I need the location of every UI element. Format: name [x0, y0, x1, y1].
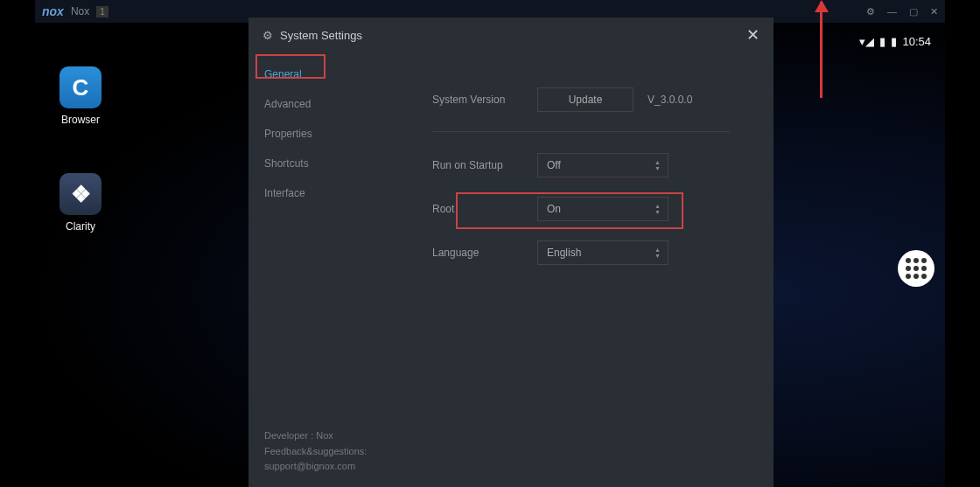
signal-icon: ▮ [879, 35, 886, 48]
update-button[interactable]: Update [537, 87, 634, 112]
support-email: support@bignox.com [264, 459, 346, 475]
battery-icon: ▮ [891, 35, 897, 48]
app-icon-browser[interactable]: C Browser [54, 66, 107, 126]
sidebar-item-label: Advanced [264, 98, 311, 110]
system-version-label: System Version [432, 94, 537, 106]
clarity-icon: ❖ [60, 173, 102, 215]
sidebar-item-general[interactable]: General [248, 59, 362, 89]
sidebar-item-properties[interactable]: Properties [248, 119, 362, 149]
run-on-startup-row: Run on Startup Off ▲▼ [432, 153, 730, 177]
language-row: Language English ▲▼ [432, 240, 730, 265]
divider [432, 131, 730, 132]
settings-sidebar: General Advanced Properties Shortcuts In… [248, 52, 362, 487]
root-row: Root On ▲▼ [432, 197, 730, 221]
language-label: Language [432, 247, 537, 259]
android-status-bar: ▾◢ ▮ ▮ 10:54 [859, 35, 931, 48]
minimize-icon[interactable]: — [887, 6, 897, 17]
nox-logo: nox [42, 4, 64, 18]
version-text: V_3.0.0.0 [648, 94, 692, 106]
close-icon[interactable]: ✕ [930, 6, 938, 17]
sidebar-item-label: General [264, 68, 302, 80]
root-select[interactable]: On ▲▼ [537, 197, 668, 221]
gear-icon: ⚙ [262, 29, 273, 42]
settings-content: System Version Update V_3.0.0.0 Run on S… [362, 52, 774, 487]
app-label: Clarity [66, 220, 95, 233]
sidebar-item-interface[interactable]: Interface [248, 178, 362, 208]
spinner-icon: ▲▼ [654, 159, 661, 171]
language-select[interactable]: English ▲▼ [537, 240, 668, 265]
developer-line: Developer : Nox [264, 428, 346, 444]
select-value: Off [547, 159, 561, 171]
clock: 10:54 [902, 35, 931, 48]
window-controls: ⚙ — ▢ ✕ [866, 6, 938, 17]
dialog-header: ⚙ System Settings ✕ [248, 17, 774, 52]
system-version-row: System Version Update V_3.0.0.0 [432, 87, 730, 112]
select-value: English [547, 247, 581, 259]
browser-icon: C [60, 66, 102, 108]
window-title: Nox [71, 5, 89, 17]
wifi-icon: ▾◢ [859, 35, 874, 48]
multi-instance-icon[interactable]: 1 [96, 6, 108, 17]
sidebar-footer: Developer : Nox Feedback&suggestions: su… [248, 416, 362, 487]
app-label: Browser [61, 114, 100, 126]
settings-icon[interactable]: ⚙ [866, 6, 875, 17]
dialog-close-button[interactable]: ✕ [746, 25, 760, 45]
run-on-startup-select[interactable]: Off ▲▼ [537, 153, 668, 177]
app-drawer-button[interactable] [898, 250, 934, 287]
dialog-body: General Advanced Properties Shortcuts In… [248, 52, 774, 487]
select-value: On [547, 203, 561, 215]
sidebar-item-label: Interface [264, 187, 305, 199]
app-icon-clarity[interactable]: ❖ Clarity [54, 173, 107, 233]
sidebar-item-label: Shortcuts [264, 157, 309, 170]
sidebar-item-label: Properties [264, 128, 312, 140]
spinner-icon: ▲▼ [654, 203, 661, 215]
sidebar-item-advanced[interactable]: Advanced [248, 89, 362, 119]
apps-grid-icon [906, 258, 927, 279]
spinner-icon: ▲▼ [654, 247, 661, 259]
feedback-line: Feedback&suggestions: [264, 444, 346, 460]
run-on-startup-label: Run on Startup [432, 159, 537, 171]
dialog-title: System Settings [280, 29, 362, 42]
root-label: Root [432, 203, 537, 215]
maximize-icon[interactable]: ▢ [909, 6, 918, 17]
system-settings-dialog: ⚙ System Settings ✕ General Advanced Pro… [248, 17, 774, 487]
sidebar-item-shortcuts[interactable]: Shortcuts [248, 149, 362, 178]
